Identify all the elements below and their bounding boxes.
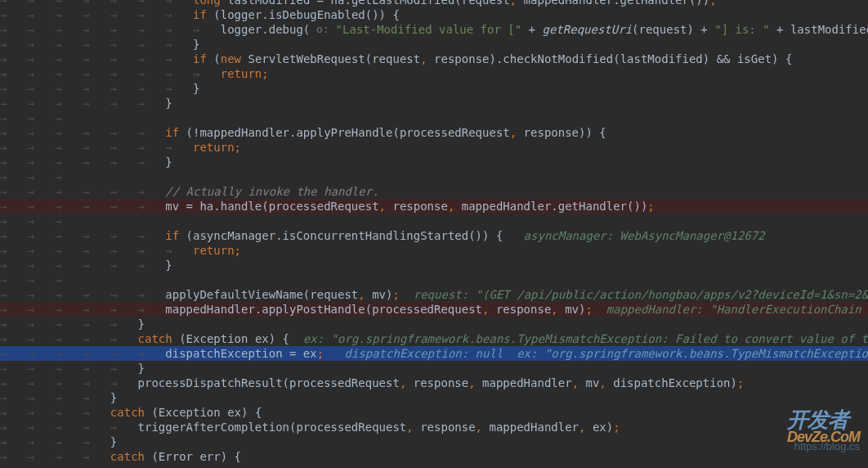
code-line[interactable]: → → → → }	[0, 390, 868, 405]
code-token: ,	[358, 287, 365, 302]
code-token: return;	[221, 66, 269, 81]
code-token: (!mappedHandler.applyPreHandle(processed…	[179, 125, 510, 140]
whitespace-indicator: → → → → → →	[0, 184, 165, 199]
code-token: if	[165, 125, 179, 140]
code-line[interactable]: → → → → → → → return;	[0, 243, 868, 258]
code-line[interactable]: → → → → → → → return;	[0, 140, 868, 155]
code-token: mappedHandler.applyPostHandle(processedR…	[165, 302, 482, 317]
code-token: return;	[193, 243, 241, 258]
code-line[interactable]: → → → → → → → → logger.debug( o: "Last-M…	[0, 22, 868, 37]
code-token: mv = ha.handle(processedRequest	[165, 199, 378, 214]
whitespace-indicator: → → → → → →	[0, 199, 165, 214]
code-token: mv)	[558, 302, 586, 317]
code-line[interactable]: → → → → → → → long lastModified = ha.get…	[0, 0, 868, 7]
code-token: (Exception ex) {	[172, 331, 303, 346]
code-token	[324, 346, 344, 361]
whitespace-indicator: → → → → → → →	[0, 0, 193, 7]
whitespace-indicator: → → → → → →	[0, 346, 165, 361]
code-token: return;	[193, 140, 241, 155]
code-line[interactable]: → → →	[0, 214, 868, 228]
code-token: (	[207, 52, 221, 66]
whitespace-indicator: → → → → → →	[0, 155, 165, 169]
code-token: ;	[709, 0, 716, 7]
code-token: dispatchException: null ex: "org.springf…	[344, 346, 868, 361]
code-line[interactable]: → → → → → → applyDefaultViewName(request…	[0, 287, 868, 302]
code-line[interactable]: → → → → catch (Exception ex) {	[0, 405, 868, 420]
code-line[interactable]: → → → → → processDispatchResult(processe…	[0, 376, 868, 390]
code-line[interactable]: → → → → → }	[0, 361, 868, 376]
code-token: ,	[510, 125, 517, 140]
code-token: (Error err) {	[145, 449, 241, 464]
code-token: + lastModified)	[770, 22, 868, 37]
whitespace-indicator: → → → → → → →	[0, 7, 193, 22]
code-line[interactable]: → → → → → → if (asyncManager.isConcurren…	[0, 228, 868, 243]
code-token: }	[138, 317, 145, 331]
whitespace-indicator: → → → → →	[0, 420, 138, 434]
whitespace-indicator: → → → → → → →	[0, 52, 193, 66]
whitespace-indicator: → → →	[0, 110, 83, 125]
code-token: logger.debug(	[221, 22, 311, 37]
code-token: processDispatchResult(processedRequest	[138, 376, 400, 390]
code-line[interactable]: → → → → → → → if (new ServletWebRequest(…	[0, 52, 868, 66]
code-line[interactable]: → → → → → → → → return;	[0, 66, 868, 81]
code-token: ServletWebRequest(request	[241, 52, 420, 66]
code-line[interactable]: → → → → → → → }	[0, 81, 868, 96]
code-token: ,	[420, 52, 427, 66]
code-token: ;	[317, 346, 324, 361]
code-line[interactable]: → → → → → → mappedHandler.applyPostHandl…	[0, 302, 868, 317]
code-line[interactable]: → → → → catch (Error err) {	[0, 449, 868, 464]
code-line[interactable]: → → → → → → if (!mappedHandler.applyPreH…	[0, 125, 868, 140]
code-line[interactable]: → → →	[0, 272, 868, 287]
code-token: }	[193, 81, 199, 96]
code-line[interactable]: → → → → → }	[0, 317, 868, 331]
code-token: ,	[551, 302, 557, 317]
code-token	[400, 287, 414, 302]
code-line[interactable]: → → → → }	[0, 434, 868, 449]
code-token: (asyncManager.isConcurrentHandlingStarte…	[179, 228, 523, 243]
code-token: ,	[599, 376, 606, 390]
code-editor[interactable]: → → → → → → → long lastModified = ha.get…	[0, 0, 868, 461]
code-token: catch	[110, 405, 145, 420]
code-token: // Actually invoke the handler.	[165, 184, 378, 199]
code-token: ex)	[586, 420, 614, 434]
code-line[interactable]: → → → → → → mv = ha.handle(processedRequ…	[0, 199, 868, 214]
code-token: response	[414, 420, 476, 434]
code-token: dispatchException)	[606, 376, 737, 390]
whitespace-indicator: → → → → → → → →	[0, 22, 221, 37]
whitespace-indicator: → → → →	[0, 405, 110, 420]
whitespace-indicator: → → → →	[0, 449, 110, 464]
code-line[interactable]: → → → → → → }	[0, 155, 868, 169]
whitespace-indicator: → → → → → → →	[0, 81, 193, 96]
code-line[interactable]: → → → → → → → }	[0, 37, 868, 52]
whitespace-indicator: → → → →	[0, 434, 110, 449]
code-token: ;	[392, 287, 399, 302]
whitespace-indicator: → → → → → → → →	[0, 66, 221, 81]
code-token: response	[386, 199, 448, 214]
code-line[interactable]: → → → → → → → if (logger.isDebugEnabled(…	[0, 7, 868, 22]
code-token: ,	[448, 199, 454, 214]
code-token: "] is: "	[714, 22, 769, 37]
code-token: ,	[476, 420, 482, 434]
code-line[interactable]: → → → → → → }	[0, 258, 868, 272]
code-token: "Last-Modified value for ["	[336, 22, 522, 37]
code-line[interactable]: → → → → → → dispatchException = ex; disp…	[0, 346, 868, 361]
code-line[interactable]: → → → → → triggerAfterCompletion(process…	[0, 420, 868, 434]
code-token: mappedHandler	[476, 376, 572, 390]
code-token: lastModified = ha.getLastModified(reques…	[221, 0, 510, 7]
code-token: ,	[579, 420, 585, 434]
code-line[interactable]: → → →	[0, 110, 868, 125]
code-token	[593, 302, 606, 317]
code-line[interactable]: → → → → → → }	[0, 96, 868, 110]
code-line[interactable]: → → → → → → // Actually invoke the handl…	[0, 184, 868, 199]
code-token: mappedHandler.getHandler())	[517, 0, 709, 7]
code-token: ,	[400, 376, 406, 390]
whitespace-indicator: → → →	[0, 214, 83, 228]
code-token: response).checkNotModified(lastModified)…	[427, 52, 793, 66]
code-line[interactable]: → → →	[0, 169, 868, 184]
code-token: }	[165, 96, 172, 110]
code-token: }	[193, 37, 199, 52]
code-token: long	[193, 0, 221, 7]
code-token: ;	[613, 420, 620, 434]
code-token: (Exception ex) {	[145, 405, 262, 420]
code-line[interactable]: → → → → → catch (Exception ex) { ex: "or…	[0, 331, 868, 346]
